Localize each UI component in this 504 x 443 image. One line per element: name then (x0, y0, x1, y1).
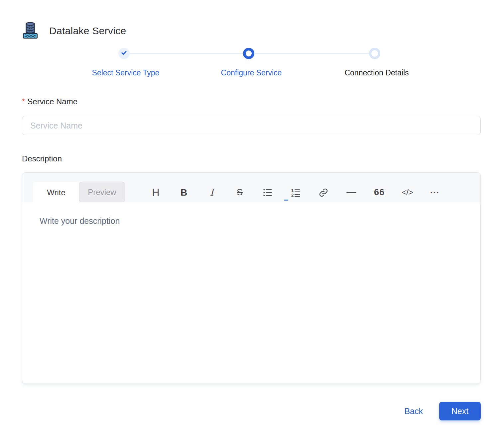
quote-icon[interactable]: 66 (373, 185, 386, 201)
ordered-list-icon[interactable]: 1 2 (289, 185, 302, 201)
required-asterisk: * (22, 97, 25, 106)
step-connector-1 (124, 53, 249, 54)
italic-icon[interactable]: I (205, 185, 218, 201)
markdown-editor: Write Preview H B I S (22, 172, 481, 384)
editor-body (22, 202, 480, 384)
editor-toolbar: H B I S (149, 182, 456, 203)
horizontal-rule-icon[interactable] (345, 185, 358, 201)
tab-preview[interactable]: Preview (79, 182, 125, 202)
svg-text:2: 2 (291, 193, 294, 198)
svg-text:1: 1 (291, 188, 294, 193)
step-3-label[interactable]: Connection Details (344, 68, 409, 77)
tab-write[interactable]: Write (33, 182, 79, 203)
page-header: Datalake Service (23, 21, 126, 41)
next-button[interactable]: Next (439, 402, 481, 420)
step-2-label[interactable]: Configure Service (221, 68, 282, 77)
link-icon[interactable] (317, 185, 330, 201)
footer-actions: Back Next (404, 402, 481, 420)
bold-icon[interactable]: B (177, 185, 190, 201)
check-icon (121, 49, 127, 57)
datalake-service-wizard: Datalake Service Select Service Type Con… (0, 0, 504, 443)
back-button[interactable]: Back (404, 406, 423, 416)
code-icon[interactable]: </> (401, 185, 414, 201)
unordered-list-icon[interactable] (261, 185, 274, 201)
description-label: Description (22, 154, 62, 163)
datalake-icon (23, 21, 38, 41)
step-2-active-circle[interactable] (243, 48, 254, 59)
heading-icon[interactable]: H (149, 185, 163, 201)
service-name-label-text: Service Name (27, 97, 77, 106)
service-name-label: *Service Name (22, 97, 77, 106)
step-connector-2 (249, 53, 375, 54)
editor-toolbar-header: Write Preview H B I S (22, 173, 480, 202)
more-icon[interactable]: ••• (429, 185, 442, 201)
strikethrough-icon[interactable]: S (233, 185, 246, 201)
page-title: Datalake Service (49, 25, 126, 37)
step-3-upcoming-circle[interactable] (369, 48, 380, 59)
step-1-label[interactable]: Select Service Type (92, 68, 160, 77)
service-name-input[interactable] (22, 116, 481, 135)
step-1-completed-circle[interactable] (118, 48, 130, 59)
description-textarea[interactable] (22, 202, 480, 384)
